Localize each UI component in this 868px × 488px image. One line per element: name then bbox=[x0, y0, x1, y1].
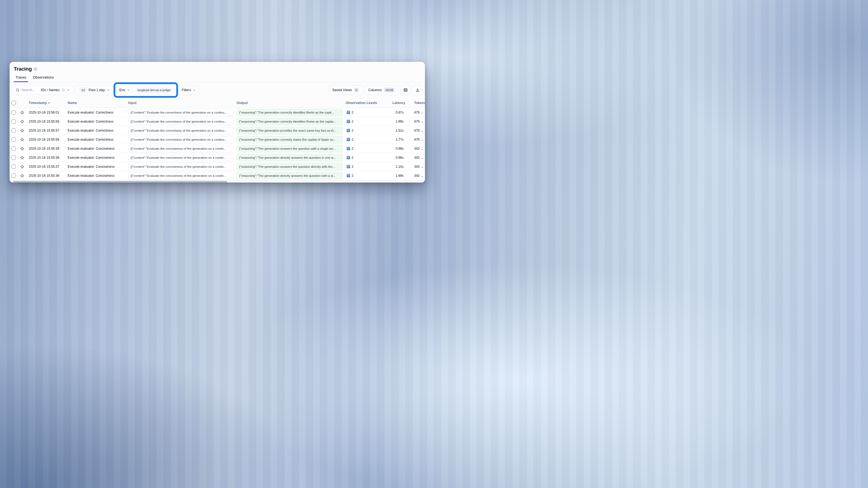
trace-output-preview[interactable]: {"reasoning":"The generation correctly i… bbox=[237, 109, 343, 116]
row-height-icon bbox=[403, 88, 408, 92]
table-row[interactable]: 2025-10-16 15:55:38 Execute evaluator: C… bbox=[9, 153, 425, 162]
horizontal-scrollbar-track[interactable] bbox=[9, 180, 425, 183]
tab-traces[interactable]: Traces bbox=[15, 75, 27, 82]
column-header-name[interactable]: Name bbox=[67, 101, 128, 105]
trace-tokens: 343 → bbox=[407, 165, 425, 169]
trace-timestamp: 2025-10-16 15:55:38 bbox=[26, 156, 67, 160]
observation-level-count: 2 bbox=[351, 174, 353, 177]
table-body: 2025-10-16 15:56:01 Execute evaluator: C… bbox=[9, 108, 425, 180]
trace-input-preview[interactable]: [{"content":"Evaluate the conciseness of… bbox=[128, 163, 234, 170]
column-header-output[interactable]: Output bbox=[237, 101, 346, 105]
observation-levels-cell: i 2 bbox=[346, 165, 384, 169]
table-row[interactable]: 2025-10-16 15:55:57 Execute evaluator: C… bbox=[9, 126, 425, 135]
trace-latency: 0.86s bbox=[384, 156, 407, 160]
row-checkbox[interactable] bbox=[11, 164, 16, 169]
observation-levels-cell: i 2 bbox=[346, 110, 384, 115]
page-title: Tracing bbox=[14, 66, 32, 72]
trace-input-preview[interactable]: [{"content":"Evaluate the correctness of… bbox=[128, 127, 234, 134]
trace-name: Execute evaluator: Correctness bbox=[67, 120, 128, 124]
row-checkbox[interactable] bbox=[11, 173, 16, 178]
trace-latency: 1.69s bbox=[384, 174, 407, 177]
trace-input-preview[interactable]: [{"content":"Evaluate the conciseness of… bbox=[128, 154, 234, 161]
bookmark-star-icon[interactable] bbox=[18, 147, 26, 151]
saved-views-label: Saved Views bbox=[332, 88, 352, 92]
trace-output-preview[interactable]: {"reasoning":"The generation directly an… bbox=[237, 154, 343, 161]
observation-level-count: 2 bbox=[351, 120, 353, 124]
sort-desc-icon: ▼ bbox=[48, 102, 50, 104]
observation-levels-cell: i 2 bbox=[346, 147, 384, 151]
bookmark-star-icon[interactable] bbox=[18, 119, 26, 124]
trace-tokens: 343 → bbox=[407, 156, 425, 160]
table-row[interactable]: 2025-10-16 15:55:56 Execute evaluator: C… bbox=[9, 135, 425, 144]
saved-views-button[interactable]: Saved Views 0 bbox=[329, 85, 362, 95]
env-label: Env bbox=[119, 88, 125, 92]
trace-latency: 1.99s bbox=[384, 120, 407, 124]
bookmark-star-icon[interactable] bbox=[18, 164, 26, 169]
trace-name: Execute evaluator: Conciseness bbox=[67, 156, 128, 160]
columns-button[interactable]: Columns 16/28 bbox=[365, 85, 398, 95]
bookmark-star-icon[interactable] bbox=[18, 128, 26, 133]
tab-bar: Traces Observations bbox=[15, 75, 421, 82]
tab-observations[interactable]: Observations bbox=[32, 75, 55, 82]
table-row[interactable]: 2025-10-16 15:55:37 Execute evaluator: C… bbox=[9, 162, 425, 171]
trace-input-preview[interactable]: [{"content":"Evaluate the correctness of… bbox=[128, 136, 234, 143]
observation-level-count: 2 bbox=[351, 147, 353, 151]
info-level-icon: i bbox=[347, 174, 350, 177]
column-header-input[interactable]: Input bbox=[128, 101, 237, 105]
row-checkbox-cell bbox=[9, 162, 18, 171]
chevron-down-icon bbox=[67, 88, 70, 92]
observation-level-count: 2 bbox=[351, 129, 353, 132]
row-checkbox-cell bbox=[9, 153, 18, 162]
search-input[interactable]: Search... IDs / Names bbox=[12, 85, 74, 95]
row-checkbox[interactable] bbox=[11, 110, 16, 115]
trace-output-preview[interactable]: {"reasoning":"The generation provides th… bbox=[237, 127, 343, 134]
download-icon bbox=[415, 88, 420, 92]
trace-output-preview[interactable]: {"reasoning":"The generation answers the… bbox=[237, 163, 343, 170]
row-checkbox[interactable] bbox=[11, 156, 16, 160]
trace-output-preview[interactable]: {"reasoning":"The generation answers the… bbox=[237, 145, 343, 152]
info-level-icon: i bbox=[347, 129, 350, 132]
bookmark-star-icon[interactable] bbox=[18, 156, 26, 160]
bookmark-star-icon[interactable] bbox=[18, 110, 26, 115]
search-mode-label: IDs / Names bbox=[41, 88, 60, 92]
table-row[interactable]: 2025-10-16 15:55:39 Execute evaluator: C… bbox=[9, 144, 425, 153]
trace-output-preview[interactable]: {"reasoning":"The generation correctly i… bbox=[237, 118, 343, 125]
trace-input-preview[interactable]: [{"content":"Evaluate the conciseness of… bbox=[128, 145, 234, 152]
trace-input-preview[interactable]: [{"content":"Evaluate the correctness of… bbox=[128, 118, 234, 125]
tracing-panel: Tracing Traces Observations Search... bbox=[9, 62, 425, 183]
trace-name: Execute evaluator: Conciseness bbox=[67, 174, 128, 177]
filters-button[interactable]: Filters bbox=[178, 85, 199, 95]
bookmark-star-icon[interactable] bbox=[18, 173, 26, 178]
trace-input-preview[interactable]: [{"content":"Evaluate the correctness of… bbox=[128, 109, 234, 116]
env-value-badge: langfuse-llm-as-a-judge bbox=[135, 87, 172, 93]
column-header-observation-levels[interactable]: Observation Levels bbox=[346, 101, 384, 105]
observation-levels-cell: i 2 bbox=[346, 120, 384, 124]
horizontal-scrollbar-thumb[interactable] bbox=[13, 181, 227, 183]
row-checkbox-cell bbox=[9, 171, 18, 180]
observation-level-count: 2 bbox=[351, 110, 353, 115]
column-header-tokens[interactable]: Tokens bbox=[407, 101, 425, 105]
row-checkbox[interactable] bbox=[11, 119, 16, 124]
row-checkbox[interactable] bbox=[11, 147, 16, 151]
time-range-label: Past 1 day bbox=[89, 88, 105, 92]
table-row[interactable]: 2025-10-16 15:55:58 Execute evaluator: C… bbox=[9, 117, 425, 126]
trace-input-preview[interactable]: [{"content":"Evaluate the conciseness of… bbox=[128, 172, 234, 179]
select-all-checkbox[interactable] bbox=[11, 101, 16, 105]
row-checkbox[interactable] bbox=[11, 137, 16, 142]
trace-latency: 1.10s bbox=[384, 165, 407, 169]
trace-latency: 0.98s bbox=[384, 147, 407, 151]
info-level-icon: i bbox=[347, 165, 350, 168]
export-button[interactable] bbox=[413, 85, 423, 95]
time-range-button[interactable]: 1d Past 1 day bbox=[76, 85, 114, 95]
column-header-latency[interactable]: Latency bbox=[384, 101, 407, 105]
row-checkbox[interactable] bbox=[11, 128, 16, 133]
column-header-timestamp[interactable]: Timestamp▼ bbox=[26, 101, 67, 105]
trace-output-preview[interactable]: {"reasoning":"The generation correctly s… bbox=[237, 136, 343, 143]
trace-output-preview[interactable]: {"reasoning":"The generation directly an… bbox=[237, 172, 343, 179]
env-filter-button[interactable]: Env langfuse-llm-as-a-judge bbox=[116, 85, 176, 95]
trace-name: Execute evaluator: Conciseness bbox=[67, 165, 128, 169]
table-row[interactable]: 2025-10-16 15:56:01 Execute evaluator: C… bbox=[9, 108, 425, 117]
bookmark-star-icon[interactable] bbox=[18, 137, 26, 142]
row-height-button[interactable] bbox=[401, 85, 410, 95]
table-row[interactable]: 2025-10-16 15:55:36 Execute evaluator: C… bbox=[9, 171, 425, 180]
